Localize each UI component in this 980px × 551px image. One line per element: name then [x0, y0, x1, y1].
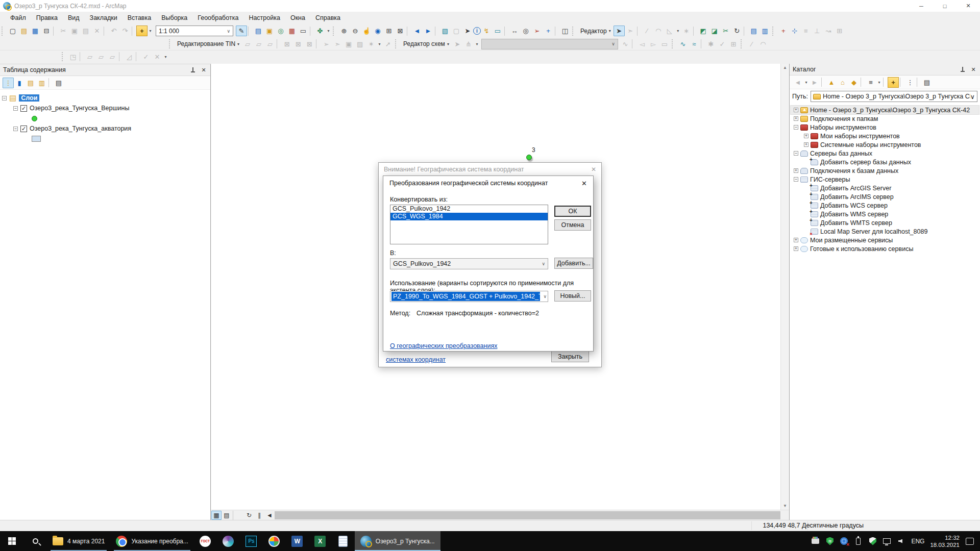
segment-tools-icon[interactable]: ∕ — [746, 39, 757, 49]
options-icon[interactable]: ▤ — [921, 77, 933, 88]
close-icon[interactable]: ✕ — [591, 166, 596, 173]
find-icon[interactable]: ◎ — [520, 26, 531, 36]
back-icon[interactable]: ◄ — [792, 77, 803, 88]
tin-add-line-icon[interactable]: ▱ — [253, 39, 264, 49]
midpoint-icon[interactable]: ∗ — [681, 26, 692, 36]
ok-button[interactable]: ОК — [554, 206, 591, 217]
go-to-xy-icon[interactable]: + — [543, 26, 554, 36]
catalog-tree-item[interactable]: Local Map Server для localhost_8089 — [791, 227, 979, 236]
language-indicator[interactable]: ENG — [911, 538, 924, 545]
network-offline-tray-icon[interactable] — [840, 537, 848, 545]
pin-icon[interactable] — [959, 66, 966, 73]
start-button[interactable] — [0, 531, 24, 551]
menu-item[interactable]: Геообработка — [192, 12, 243, 23]
task-folder[interactable]: 4 марта 2021 — [47, 531, 110, 551]
task-chrome[interactable]: Указание преобра... — [110, 531, 193, 551]
expander-icon[interactable] — [794, 151, 798, 156]
arctoolbox-window-icon[interactable]: ▦ — [286, 26, 298, 36]
home-icon[interactable]: ⌂ — [837, 77, 848, 88]
toc-layer-item[interactable]: Озеро3_река_Тунгуска_акватория — [2, 123, 208, 134]
catalog-window-icon[interactable]: ▣ — [264, 26, 275, 36]
expander-icon[interactable] — [13, 127, 18, 131]
hyperlink-icon[interactable]: ↯ — [481, 26, 492, 36]
expander-icon[interactable] — [794, 168, 798, 173]
close-icon[interactable]: ✕ — [581, 180, 587, 187]
expander-icon[interactable] — [794, 108, 798, 112]
catalog-tree-item[interactable]: Добавить WMTS сервер — [791, 218, 979, 227]
network-flow-icon[interactable]: ≈ — [689, 39, 700, 49]
rotate-icon[interactable]: ↻ — [731, 26, 743, 36]
sketch-properties-icon[interactable]: ▥ — [760, 26, 771, 36]
layout-view-button[interactable]: ▤ — [222, 511, 232, 520]
dropdown-caret-icon[interactable]: ▾ — [148, 26, 153, 36]
html-popup-icon[interactable]: ▭ — [492, 26, 503, 36]
search-window-icon[interactable]: ◎ — [275, 26, 286, 36]
full-extent-icon[interactable]: ◉ — [372, 26, 383, 36]
topology-edit-icon[interactable]: ◳ — [67, 52, 79, 62]
cancel-button[interactable]: Отмена — [554, 219, 591, 231]
usb-tray-icon[interactable] — [854, 537, 863, 545]
layer-checkbox[interactable] — [20, 105, 27, 112]
schematic-select-left-icon[interactable]: ◅ — [636, 39, 648, 49]
close-icon[interactable]: ✕ — [970, 66, 977, 73]
save-icon[interactable]: ▦ — [30, 26, 41, 36]
connect-folder-icon[interactable]: + — [888, 77, 899, 88]
cut-polygons-icon[interactable]: ◪ — [709, 26, 720, 36]
pin-icon[interactable] — [189, 67, 196, 73]
chevron-down-icon[interactable]: ∨ — [970, 93, 975, 101]
edit-tool-icon[interactable]: ➤ — [614, 26, 625, 36]
edit-annotation-icon[interactable]: ➣ — [625, 26, 636, 36]
close-dialog-button[interactable]: Закрыть — [551, 350, 589, 362]
zoom-in-icon[interactable]: ⊕ — [338, 26, 350, 36]
convert-from-list[interactable]: GCS_Pulkovo_1942GCS_WGS_1984 — [390, 205, 548, 244]
toolbar-overflow-icon[interactable]: ▾ — [326, 26, 331, 36]
schematic-select-right-icon[interactable]: ▻ — [648, 39, 659, 49]
list-by-source-icon[interactable]: ▮ — [14, 78, 25, 88]
task-gost-app[interactable]: ГОСТ — [194, 531, 217, 551]
split-icon[interactable]: ✂ — [720, 26, 731, 36]
coordinate-systems-link[interactable]: системах координат — [386, 356, 446, 363]
list-item[interactable]: GCS_Pulkovo_1942 — [390, 205, 548, 213]
menu-item[interactable]: Правка — [31, 12, 63, 23]
tin-star-icon[interactable]: ✶ — [365, 39, 377, 49]
back-caret-icon[interactable]: ▾ — [803, 77, 809, 88]
copy-icon[interactable]: ▣ — [69, 26, 80, 36]
clock[interactable]: 12:32 18.03.2021 — [930, 534, 960, 548]
wrench-tools-icon[interactable]: ✱ — [705, 39, 717, 49]
trace-icon[interactable]: ◺ — [664, 26, 675, 36]
previous-extent-icon[interactable]: ◄ — [411, 26, 423, 36]
view-caret-icon[interactable]: ▾ — [876, 77, 882, 88]
close-button[interactable]: ✕ — [957, 0, 980, 12]
topology-line-icon[interactable]: ◿ — [124, 52, 135, 62]
construction-icon[interactable]: ⊹ — [789, 26, 800, 36]
scroll-down-icon[interactable]: ▼ — [783, 504, 787, 508]
list-by-drawing-order-icon[interactable]: ⋮ — [3, 78, 14, 88]
scroll-up-icon[interactable]: ▲ — [783, 65, 787, 70]
segment-caret-icon[interactable]: ▾ — [675, 26, 681, 36]
new-document-icon[interactable]: ▢ — [7, 26, 18, 36]
expander-icon[interactable] — [804, 142, 808, 147]
tin-add-polygon-icon[interactable]: ▱ — [264, 39, 276, 49]
menu-item[interactable]: Файл — [5, 12, 31, 23]
schematic-properties-icon[interactable]: ▭ — [659, 39, 670, 49]
add-data-icon[interactable]: + — [136, 26, 148, 36]
catalog-tree-item[interactable]: Home - Озеро 3_р Тунгуска\Озеро 3_р Тунг… — [791, 106, 979, 114]
editor-sketch-icon[interactable]: ✎ — [236, 26, 247, 36]
python-window-icon[interactable]: ▭ — [298, 26, 309, 36]
tin-box-icon[interactable]: ▣ — [343, 39, 354, 49]
catalog-tree-item[interactable]: Добавить ArcIMS сервер — [791, 192, 979, 201]
schematic-select-icon[interactable]: ➤ — [452, 39, 463, 49]
menu-item[interactable]: Выборка — [156, 12, 192, 23]
chevron-down-icon[interactable]: ∨ — [224, 29, 230, 34]
action-center-icon[interactable] — [965, 537, 974, 545]
redo-icon[interactable]: ↷ — [119, 26, 131, 36]
usage-combo[interactable]: PZ_1990_To_WGS_1984_GOST + Pulkovo_1942_… — [390, 291, 548, 302]
task-photoshop[interactable]: Ps — [240, 531, 263, 551]
deflection-icon[interactable]: ↝ — [823, 26, 834, 36]
editor-menu[interactable]: Редактор ▾ — [578, 28, 614, 35]
expander-icon[interactable] — [794, 125, 798, 130]
layer-label[interactable]: Озеро3_река_Тунгуска_Вершины — [30, 105, 129, 112]
menu-item[interactable]: Окна — [285, 12, 310, 23]
schematic-link-icon[interactable]: ∿ — [620, 39, 631, 49]
validate-icon[interactable]: ✓ — [717, 39, 728, 49]
